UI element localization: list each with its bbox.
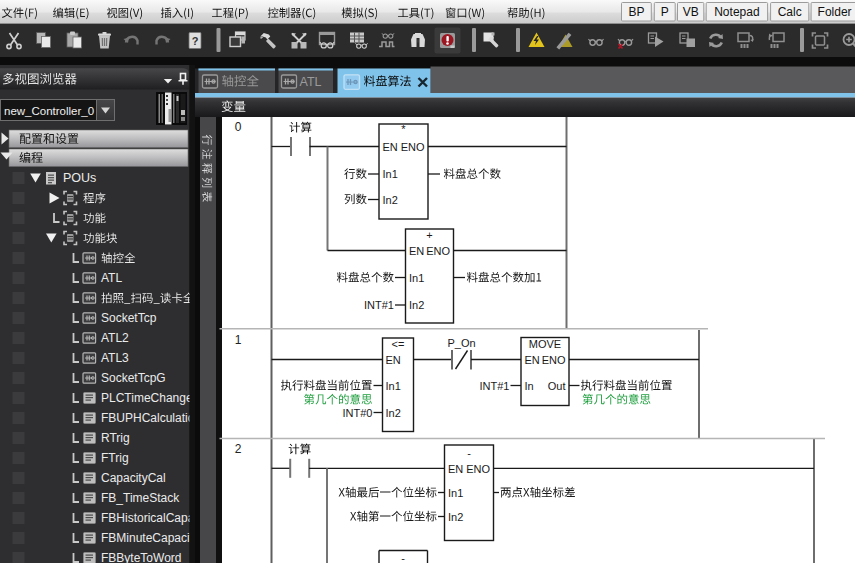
svg-text:ATL: ATL xyxy=(300,75,322,89)
svg-text:In2: In2 xyxy=(383,194,398,206)
svg-text:SocketTcpG: SocketTcpG xyxy=(101,371,166,385)
svg-text:0: 0 xyxy=(235,120,242,134)
svg-text:FBUPHCalculation: FBUPHCalculation xyxy=(101,411,201,425)
svg-text:VB: VB xyxy=(683,5,699,19)
svg-text:CapacityCal: CapacityCal xyxy=(101,471,166,485)
svg-text:BP: BP xyxy=(628,5,644,19)
svg-text:Notepad: Notepad xyxy=(714,5,759,19)
svg-text:Calc: Calc xyxy=(778,5,802,19)
svg-text:P: P xyxy=(661,5,669,19)
svg-text:In2: In2 xyxy=(448,511,463,523)
svg-text:new_Controller_0: new_Controller_0 xyxy=(4,105,94,117)
svg-text:EN: EN xyxy=(383,141,398,153)
svg-text:ENO: ENO xyxy=(542,354,566,366)
svg-text:EN: EN xyxy=(448,463,463,475)
svg-text:ATL2: ATL2 xyxy=(101,331,129,345)
svg-text:EN: EN xyxy=(386,354,401,366)
svg-text:1: 1 xyxy=(235,333,242,347)
svg-text:+: + xyxy=(426,229,432,241)
svg-text:PLCTimeChange: PLCTimeChange xyxy=(101,391,193,405)
svg-text:In2: In2 xyxy=(386,407,401,419)
svg-text:*: * xyxy=(401,123,406,135)
svg-text:In1: In1 xyxy=(409,272,424,284)
svg-text:ATL3: ATL3 xyxy=(101,351,129,365)
svg-text:In: In xyxy=(525,380,534,392)
svg-text:P_On: P_On xyxy=(447,337,475,349)
svg-text:INT#1: INT#1 xyxy=(364,299,394,311)
svg-text:SocketTcp: SocketTcp xyxy=(101,311,157,325)
svg-text:FB_TimeStack: FB_TimeStack xyxy=(101,491,180,505)
svg-text:EN: EN xyxy=(409,245,424,257)
svg-text:In2: In2 xyxy=(409,299,424,311)
svg-text:INT#1: INT#1 xyxy=(480,380,510,392)
svg-text:FTrig: FTrig xyxy=(101,451,129,465)
svg-text:ENO: ENO xyxy=(466,463,490,475)
svg-text:POUs: POUs xyxy=(63,171,96,185)
svg-text:FBMinuteCapacity: FBMinuteCapacity xyxy=(101,531,199,545)
svg-text:Folder: Folder xyxy=(818,5,852,19)
svg-text:ENO: ENO xyxy=(401,141,425,153)
svg-text:ATL: ATL xyxy=(101,271,122,285)
svg-text:ENO: ENO xyxy=(426,245,450,257)
svg-text:Out: Out xyxy=(548,380,566,392)
svg-text:<=: <= xyxy=(392,338,405,350)
svg-text:MOVE: MOVE xyxy=(529,338,561,350)
svg-text:EN: EN xyxy=(525,354,540,366)
svg-text:In1: In1 xyxy=(383,168,398,180)
svg-text:?: ? xyxy=(192,35,199,47)
svg-text:INT#0: INT#0 xyxy=(343,407,373,419)
svg-text:RTrig: RTrig xyxy=(101,431,130,445)
svg-text:In1: In1 xyxy=(386,380,401,392)
svg-text:2: 2 xyxy=(235,442,242,456)
svg-text:In1: In1 xyxy=(448,487,463,499)
svg-text:-: - xyxy=(401,552,405,564)
svg-text:-: - xyxy=(467,447,471,459)
